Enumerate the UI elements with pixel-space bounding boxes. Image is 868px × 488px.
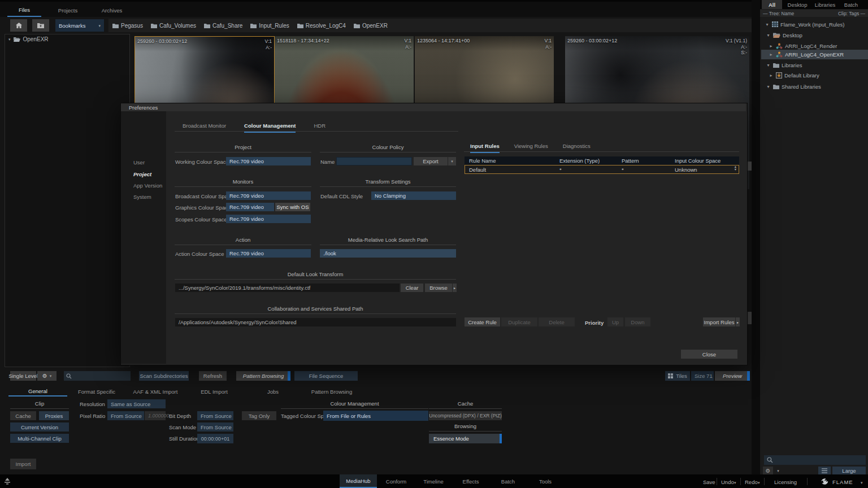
tab-general[interactable]: General bbox=[8, 387, 67, 396]
sync-with-os-button[interactable]: Sync with OS bbox=[275, 203, 310, 211]
tree-item-flame-work[interactable]: ▾ Flame_Work (Input_Rules) bbox=[761, 20, 868, 29]
path-item-input-rules[interactable]: Input_Rules bbox=[250, 23, 289, 29]
sidebar-item-project[interactable]: Project bbox=[133, 171, 151, 177]
tab-all[interactable]: All bbox=[762, 0, 782, 9]
parent-folder-button[interactable] bbox=[32, 19, 49, 32]
bit-depth-field[interactable]: From Source bbox=[197, 411, 233, 420]
browse-button[interactable]: Browse bbox=[425, 284, 452, 292]
browse-options-button[interactable]: ⚙ ▾ bbox=[37, 371, 57, 381]
file-sequence-button[interactable]: File Sequence bbox=[294, 371, 358, 381]
tree-item-default-library[interactable]: ▸ Default Library bbox=[761, 71, 868, 80]
tree-collapsed-icon[interactable]: ▸ bbox=[769, 43, 774, 49]
import-rules-more-button[interactable]: ▸ bbox=[736, 317, 740, 326]
pattern-browsing-button[interactable]: Pattern Browsing bbox=[236, 371, 290, 381]
proxies-toggle-button[interactable]: Proxies bbox=[39, 411, 69, 420]
pixel-ratio-field[interactable]: From Source bbox=[107, 411, 144, 420]
graphics-colour-space-field[interactable]: Rec.709 video bbox=[226, 203, 274, 211]
module-tab-tools[interactable]: Tools bbox=[527, 474, 564, 488]
tab-input-rules[interactable]: Input Rules bbox=[470, 140, 500, 153]
home-button[interactable] bbox=[10, 19, 27, 32]
tree-item-desktop[interactable]: ▾ Desktop bbox=[761, 30, 868, 40]
bookmarks-dropdown[interactable]: Bookmarks ▾ bbox=[55, 19, 104, 32]
licensing-button[interactable]: Licensing bbox=[774, 479, 797, 485]
tab-projects[interactable]: Projects bbox=[51, 3, 85, 17]
module-tab-conform[interactable]: Conform bbox=[377, 474, 415, 488]
scan-subdirectories-button[interactable]: Scan Subdirectories bbox=[139, 371, 189, 381]
thumb-size-button[interactable]: Large bbox=[832, 467, 866, 475]
tab-aaf-xml-import[interactable]: AAF & XML Import bbox=[126, 387, 185, 396]
media-search-input[interactable] bbox=[776, 456, 863, 464]
tab-desktop[interactable]: Desktop bbox=[785, 0, 810, 9]
essence-mode-button[interactable]: Essence Mode bbox=[429, 434, 502, 443]
path-item-openexr[interactable]: OpenEXR bbox=[354, 23, 388, 29]
tab-viewing-rules[interactable]: Viewing Rules bbox=[514, 140, 548, 152]
tree-item-shared-libraries[interactable]: ▾ Shared Libraries bbox=[761, 82, 868, 91]
list-view-button[interactable] bbox=[818, 467, 831, 475]
current-version-button[interactable]: Current Version bbox=[10, 422, 69, 432]
tab-pattern-browsing[interactable]: Pattern Browsing bbox=[302, 387, 361, 396]
path-item-pegasus[interactable]: Pegasus bbox=[112, 23, 143, 29]
tab-libraries[interactable]: Libraries bbox=[812, 0, 838, 9]
scopes-colour-space-field[interactable]: Rec.709 video bbox=[226, 215, 311, 223]
redo-button[interactable]: Redo bbox=[745, 479, 758, 485]
tab-format-specific[interactable]: Format Specific bbox=[67, 387, 126, 396]
module-tab-effects[interactable]: Effects bbox=[452, 474, 489, 488]
scrollbar-thumb[interactable] bbox=[747, 162, 752, 171]
default-look-path-field[interactable]: .../Synergy/SynColor/2019.1/transforms/m… bbox=[175, 284, 400, 292]
scan-mode-field[interactable]: From Source bbox=[197, 422, 233, 432]
media-options-button[interactable]: ⚙ bbox=[763, 467, 773, 475]
tree-expanded-icon[interactable]: ▾ bbox=[765, 22, 770, 27]
path-item-resolve-logc4[interactable]: Resolve_LogC4 bbox=[297, 23, 346, 29]
scrollbar-thumb[interactable] bbox=[747, 312, 752, 324]
preview-button[interactable]: Preview bbox=[715, 371, 750, 381]
undo-dropdown-icon[interactable]: ▾ bbox=[734, 481, 736, 485]
pixel-ratio-number-field[interactable]: 1.000000 bbox=[145, 411, 166, 420]
export-dropdown-button[interactable]: ▾ bbox=[448, 157, 456, 165]
refresh-button[interactable]: Refresh bbox=[199, 371, 227, 381]
tree-expanded-icon[interactable]: ▾ bbox=[766, 33, 771, 38]
undo-button[interactable]: Undo bbox=[721, 479, 734, 485]
still-duration-field[interactable]: 00:00:00+01 bbox=[197, 434, 233, 443]
resolution-field[interactable]: Same as Source bbox=[107, 399, 166, 408]
export-button[interactable]: Export bbox=[414, 157, 448, 165]
redo-dropdown-icon[interactable]: ▾ bbox=[758, 481, 760, 485]
cache-toggle-button[interactable]: Cache bbox=[10, 411, 36, 420]
create-rule-button[interactable]: Create Rule bbox=[465, 317, 500, 326]
clear-button[interactable]: Clear bbox=[401, 284, 423, 292]
media-options-dropdown[interactable]: ▾ bbox=[774, 467, 782, 475]
cache-format-button[interactable]: Uncompressed (DPX) / EXR (PIZ) bbox=[429, 411, 502, 420]
priority-down-button[interactable]: Down bbox=[625, 317, 650, 326]
tab-diagnostics[interactable]: Diagnostics bbox=[563, 140, 591, 152]
shared-path-field[interactable]: /Applications/Autodesk/Synergy/SynColor/… bbox=[175, 318, 456, 326]
eject-icon[interactable] bbox=[5, 478, 10, 485]
browse-more-button[interactable]: ▸ bbox=[453, 284, 457, 292]
tree-sort-bar[interactable]: — Tree: Name Clip: Tags — bbox=[760, 10, 868, 17]
tab-colour-management[interactable]: Colour Management bbox=[244, 119, 296, 133]
tab-broadcast-monitor[interactable]: Broadcast Monitor bbox=[183, 119, 226, 132]
sidebar-item-system[interactable]: System bbox=[133, 194, 151, 200]
cdl-style-field[interactable]: No Clamping bbox=[371, 191, 456, 200]
path-item-cafu-volumes[interactable]: Cafu_Volumes bbox=[151, 23, 196, 29]
broadcast-colour-space-field[interactable]: Rec.709 video bbox=[226, 191, 311, 200]
tab-batch[interactable]: Batch bbox=[840, 0, 862, 9]
tree-item-libraries[interactable]: ▾ Libraries bbox=[761, 60, 868, 69]
tiles-view-button[interactable]: Tiles bbox=[665, 371, 690, 381]
tab-files[interactable]: Files bbox=[7, 3, 41, 17]
path-item-cafu-share[interactable]: Cafu_Share bbox=[204, 23, 242, 29]
tag-only-button[interactable]: Tag Only bbox=[242, 411, 276, 420]
tree-expanded-icon[interactable]: ▾ bbox=[766, 63, 771, 68]
rules-table-row[interactable]: Default * * Unknown ▴▾ bbox=[465, 165, 739, 174]
tree-item-arri-logc4-openexr[interactable]: ▸ ARRI_LogC4_OpenEXR bbox=[761, 50, 868, 59]
delete-button[interactable]: Delete bbox=[539, 317, 575, 326]
import-rules-button[interactable]: Import Rules bbox=[703, 317, 735, 326]
working-colour-space-field[interactable]: Rec.709 video bbox=[226, 157, 311, 165]
tree-expanded-icon[interactable]: ▾ bbox=[766, 84, 771, 89]
policy-name-input[interactable] bbox=[336, 157, 412, 165]
single-level-button[interactable]: Single Level bbox=[10, 371, 36, 381]
import-button[interactable]: Import bbox=[10, 459, 36, 469]
tree-collapsed-icon[interactable]: ▸ bbox=[769, 73, 774, 78]
tile-size-field[interactable]: Size 71 bbox=[691, 371, 714, 381]
tree-item-arri-logc4-render[interactable]: ▸ ARRI_LogC4_Render bbox=[761, 41, 868, 50]
tab-edl-import[interactable]: EDL Import bbox=[185, 387, 244, 396]
action-colour-space-field[interactable]: Rec.709 video bbox=[226, 249, 311, 258]
